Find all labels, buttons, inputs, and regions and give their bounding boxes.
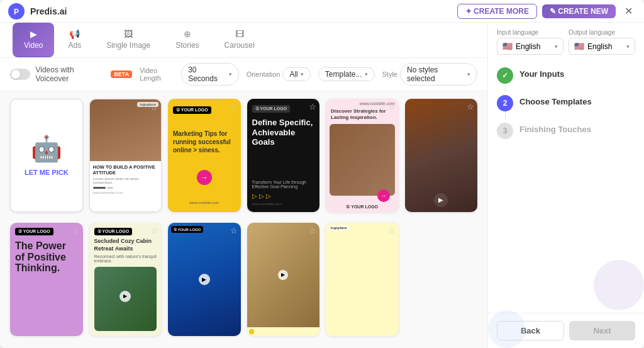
define-url: www.coolsite.com [252, 202, 315, 206]
cozy-title: Secluded Cozy Cabin Retreat Awaits [94, 238, 157, 252]
video-length-chevron-icon: ▾ [229, 71, 232, 77]
marketing-arrow-btn: → [197, 170, 212, 185]
marketing-url: www.coolsite.com [173, 201, 236, 205]
orientation-label: Orientation [247, 70, 280, 78]
favorite-icon: ☆ [388, 226, 396, 235]
style-value: No styles selected [407, 65, 465, 83]
video-length-value: 30 Seconds [188, 65, 226, 83]
robot-icon: 🤖 [31, 134, 62, 164]
template-card-outdoors[interactable]: ☆ ① YOUR LOGO ▶ [168, 223, 241, 336]
favorite-icon: ☆ [388, 102, 396, 111]
output-language-flag: 🇺🇸 [574, 42, 584, 51]
step-1: ✓ Your Inputs [497, 67, 635, 84]
template-card-let-me-pick[interactable]: 🤖 LET ME PICK [10, 99, 83, 212]
step-3-label: Finishing Touches [519, 123, 591, 134]
template-card-empty-yellow[interactable]: ☆ logoplace [326, 223, 399, 336]
tab-stories-label: Stories [175, 41, 199, 50]
back-button[interactable]: Back [497, 321, 564, 340]
create-new-button[interactable]: ✎ CREATE NEW [542, 4, 616, 18]
input-language-label: Input language [497, 29, 564, 36]
action-row: Back Next [488, 313, 644, 348]
style-filter: Style No styles selected ▾ [382, 63, 478, 86]
video-length-label: Video Length [140, 67, 179, 82]
app-title: Predis.ai [30, 6, 67, 16]
orientation-value: All [289, 70, 297, 79]
template-select[interactable]: Template... ▾ [318, 67, 375, 81]
template-chevron-icon: ▾ [365, 71, 368, 77]
tab-single-image[interactable]: 🖼 Single Image [95, 23, 162, 57]
topbar-left: P Predis.ai [8, 3, 67, 20]
style-label: Style [382, 70, 397, 78]
how-to-url: www.bestsite.com [93, 191, 158, 194]
define-logo: ① YOUR LOGO [252, 105, 291, 113]
template-card-define[interactable]: ☆ ① YOUR LOGO Define Specific, Achievabl… [247, 99, 320, 212]
tab-carousel-label: Carousel [225, 41, 255, 50]
template-card-how-to[interactable]: ☆ logoplace HOW TO BUILD A POSITIVE ATTI… [89, 99, 162, 212]
template-card-cozy[interactable]: ☆ ① YOUR LOGO Secluded Cozy Cabin Retrea… [89, 223, 162, 336]
cozy-subtitle: Reconnect with nature's tranquil embrace… [94, 254, 157, 263]
tab-ads[interactable]: 📢 Ads [57, 23, 92, 57]
input-language-dropdown[interactable]: 🇺🇸 English ▾ [497, 38, 564, 55]
template-filter: Template... ▾ [318, 67, 375, 81]
person-play-btn: ▶ [434, 193, 448, 207]
beta-badge: BETA [111, 70, 132, 78]
outdoors-logo: ① YOUR LOGO [171, 226, 203, 233]
right-panel-header: Input language 🇺🇸 English ▾ Output langu… [488, 23, 644, 61]
template-card-discover[interactable]: ☆ www.coolsite.com Discover Strategies f… [326, 99, 399, 212]
favorite-icon: ☆ [230, 226, 238, 235]
orientation-filter: Orientation All ▾ [247, 67, 311, 81]
let-me-pick-text: LET ME PICK [25, 169, 69, 176]
topbar: P Predis.ai ✦ CREATE MORE ✎ CREATE NEW ✕ [0, 0, 644, 23]
close-button[interactable]: ✕ [621, 4, 636, 18]
tab-bar: ▶ Video 📢 Ads 🖼 Single Image ⊕ Stories 🎞 [0, 23, 487, 58]
favorite-icon: ☆ [230, 102, 238, 111]
orientation-chevron-icon: ▾ [301, 71, 304, 77]
template-card-marketing[interactable]: ☆ ① YOUR LOGO Marketing Tips for running… [168, 99, 241, 212]
tab-video[interactable]: ▶ Video [13, 23, 54, 57]
outdoors-play-btn: ▶ [199, 274, 210, 285]
define-arrows: ▷▷▷ [252, 193, 315, 199]
cozy-logo: ① YOUR LOGO [94, 228, 133, 235]
marketing-logo: ① YOUR LOGO [173, 106, 211, 114]
couple-logo-dot [249, 329, 254, 334]
output-language-select: Output language 🇺🇸 English ▾ [569, 29, 635, 55]
stepper: ✓ Your Inputs 2 Choose Templates 3 Finis… [488, 61, 644, 313]
favorite-icon: ☆ [150, 103, 158, 112]
template-label: Template... [325, 70, 362, 79]
template-card-person[interactable]: ☆ ▶ [405, 99, 478, 212]
next-button[interactable]: Next [569, 321, 635, 340]
empty-yellow-logo-label: logoplace [328, 225, 350, 230]
tab-stories[interactable]: ⊕ Stories [164, 23, 210, 57]
couple-image: ▶ [247, 223, 320, 327]
define-big-text: Define Specific, Achievable Goals [252, 118, 315, 177]
step-1-circle: ✓ [497, 67, 513, 84]
create-more-button[interactable]: ✦ CREATE MORE [457, 4, 537, 19]
how-to-title: HOW TO BUILD A POSITIVE ATTITUDE [93, 164, 158, 176]
style-select[interactable]: No styles selected ▾ [400, 63, 477, 86]
language-row: Input language 🇺🇸 English ▾ Output langu… [497, 29, 635, 55]
discover-image: → [330, 124, 395, 196]
tab-carousel[interactable]: 🎞 Carousel [213, 23, 266, 57]
style-chevron-icon: ▾ [467, 71, 470, 77]
video-length-select[interactable]: 30 Seconds ▾ [181, 63, 238, 86]
power-logo: ① YOUR LOGO [15, 228, 53, 235]
template-card-couple[interactable]: ☆ ▶ [247, 223, 320, 336]
step-2: 2 Choose Templates [497, 95, 635, 111]
predis-logo-icon: P [8, 3, 25, 20]
power-big-text: The Power of Positive Thinking. [15, 240, 78, 331]
tab-video-label: Video [24, 41, 43, 50]
template-card-power[interactable]: ☆ ① YOUR LOGO The Power of Positive Thin… [10, 223, 83, 336]
tab-ads-label: Ads [68, 41, 81, 50]
tab-single-image-label: Single Image [106, 41, 150, 50]
orientation-select[interactable]: All ▾ [282, 67, 310, 81]
voiceover-toggle-wrapper: Videos with Voiceover BETA [10, 65, 132, 83]
video-tab-icon: ▶ [30, 29, 37, 39]
output-language-dropdown[interactable]: 🇺🇸 English ▾ [569, 38, 635, 55]
voiceover-toggle[interactable] [10, 69, 30, 80]
right-panel: Input language 🇺🇸 English ▾ Output langu… [488, 23, 644, 348]
carousel-tab-icon: 🎞 [235, 29, 244, 39]
voiceover-label: Videos with Voiceover [35, 65, 106, 83]
main-content: ▶ Video 📢 Ads 🖼 Single Image ⊕ Stories 🎞 [0, 23, 644, 348]
output-language-label: Output language [569, 29, 635, 36]
video-length-filter: Video Length 30 Seconds ▾ [140, 63, 238, 86]
